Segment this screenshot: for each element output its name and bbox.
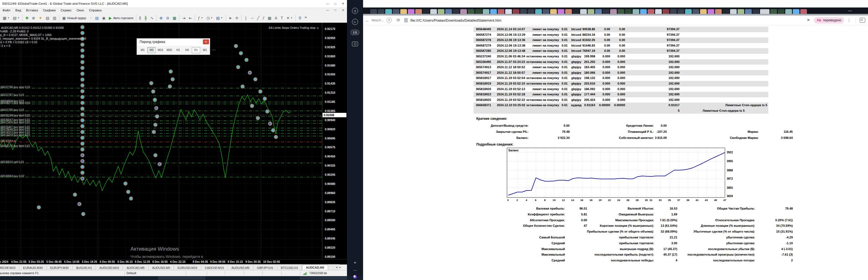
market-watch-button[interactable]: ▤ — [44, 14, 51, 22]
browser-tab[interactable] — [505, 9, 512, 14]
browser-tab[interactable] — [692, 9, 699, 14]
vertical-line-button[interactable]: ❘ — [243, 14, 249, 22]
reload-icon[interactable]: ⟳ — [397, 18, 400, 23]
cursor-button[interactable]: ➤ — [227, 14, 234, 22]
bookmark-flag-icon[interactable]: ⚑ — [807, 18, 810, 23]
browser-tab[interactable] — [445, 9, 452, 14]
browser-tab[interactable] — [662, 9, 669, 14]
browser-tab[interactable] — [460, 9, 467, 14]
period-button-H1[interactable]: H1 — [174, 47, 182, 53]
browser-tab[interactable] — [625, 9, 632, 14]
history-clock-icon[interactable]: ◷ — [352, 8, 358, 14]
status-profile[interactable]: Default — [127, 271, 136, 275]
chart-tab-EURAUD,M30[interactable]: EURAUD,M30 — [20, 265, 46, 270]
new-order-button[interactable]: ▣Новый ордер — [61, 14, 87, 22]
period-button-W1[interactable]: W1 — [201, 47, 209, 53]
browser-tab[interactable] — [685, 9, 692, 14]
browser-tab[interactable] — [468, 9, 474, 14]
chart-tab-GBPJPY,H1[interactable]: GBPJPY,H1 — [253, 265, 277, 270]
templates-button[interactable]: ▤▼ — [215, 14, 224, 22]
browser-tab[interactable] — [700, 9, 707, 14]
shapes-button[interactable]: ✦▼ — [285, 14, 294, 22]
indicators-button[interactable]: ƒ▼ — [196, 14, 205, 22]
taskbar-app[interactable] — [158, 276, 206, 280]
browser-tab[interactable] — [370, 9, 377, 14]
browser-tab[interactable] — [498, 9, 504, 14]
new-chart-button[interactable]: ▦▼ — [1, 14, 11, 22]
play-icon[interactable]: ▷ — [352, 19, 358, 25]
menu-item-Окно[interactable]: Окно — [74, 7, 87, 13]
browser-tab[interactable] — [640, 9, 647, 14]
translated-badge[interactable]: Aあ переведено — [814, 17, 844, 24]
cursor-target-button[interactable]: ⊕ — [31, 14, 37, 22]
minimize-icon[interactable]: — — [324, 0, 332, 7]
browser-tab[interactable] — [760, 9, 770, 14]
browser-tab[interactable] — [800, 9, 807, 14]
browser-tab[interactable] — [580, 9, 587, 14]
tab-scroll-arrows[interactable]: ◂▸ — [336, 266, 343, 269]
browser-tab[interactable] — [543, 9, 549, 14]
menu-item-Сервис[interactable]: Сервис — [58, 7, 74, 13]
yandex-button[interactable]: Я — [386, 18, 392, 23]
chart-canvas[interactable] — [0, 23, 347, 259]
period-button-MN[interactable]: MN — [210, 47, 218, 53]
browser-tab[interactable] — [738, 9, 744, 14]
auto-trading-button[interactable]: ▶Авто-торговля — [107, 14, 135, 22]
browser-tab[interactable] — [453, 9, 459, 14]
browser-tab[interactable] — [572, 9, 579, 14]
browser-tab[interactable] — [535, 9, 542, 14]
counter-badge[interactable]: 131 — [351, 30, 359, 35]
browser-tab[interactable] — [430, 9, 437, 14]
crosshair-button[interactable]: ✛ — [234, 14, 240, 22]
side-panel-toggle-icon[interactable] — [860, 18, 865, 23]
back-arrow-icon[interactable]: ← — [365, 18, 369, 23]
menu-item-Вставка[interactable]: Вставка — [24, 7, 40, 13]
menu-item-Файл[interactable]: Файл — [0, 7, 13, 13]
news-button[interactable]: ◉ — [101, 14, 107, 22]
browser-tab[interactable] — [438, 9, 444, 14]
chart-shift-button[interactable]: ⇥ — [181, 14, 187, 22]
browser-tab[interactable] — [565, 9, 572, 14]
browser-tab[interactable] — [745, 9, 752, 14]
alerts-button[interactable]: ◔ — [88, 14, 93, 22]
browser-tab[interactable] — [520, 9, 527, 14]
chart-tab-AUDCAD,M5[interactable]: AUDCAD,M5 — [123, 265, 149, 270]
chart-tab-EURJPY,M30[interactable]: EURJPY,M30 — [46, 265, 72, 270]
menu-item-Вид[interactable]: Вид — [13, 7, 24, 13]
child-restore-icon[interactable]: □ — [332, 7, 339, 13]
browser-tab[interactable] — [602, 9, 609, 14]
browser-tab[interactable] — [618, 9, 624, 14]
child-close-icon[interactable]: ✕ — [339, 7, 347, 13]
browser-tab[interactable] — [595, 9, 602, 14]
browser-tab[interactable] — [715, 9, 722, 14]
profiles-button[interactable]: ▤▼ — [11, 14, 21, 22]
tile-windows-button[interactable]: ▦ — [171, 14, 178, 22]
trendline-button[interactable]: ╱ — [256, 14, 261, 22]
sidebar-minus-icon[interactable]: — — [353, 268, 357, 272]
chart-tab-$US100,H1[interactable]: $US100,H1 — [72, 265, 96, 270]
menu-item-Графики[interactable]: Графики — [40, 7, 58, 13]
chart-tab-AUDUSD,M5[interactable]: AUDUSD,M5 — [149, 265, 174, 270]
child-minimize-icon[interactable]: — — [324, 7, 332, 13]
funnel-button[interactable]: ▼ — [37, 14, 44, 22]
browser-tab[interactable] — [770, 9, 777, 14]
channel-button[interactable]: ⫽ — [261, 14, 266, 22]
text-label-button[interactable]: T — [279, 14, 284, 22]
browser-tab[interactable] — [730, 9, 737, 14]
browser-tab[interactable] — [722, 9, 729, 14]
chart-tab-EURUSD,M15[interactable]: EURUSD,M15 — [174, 265, 201, 270]
menu-item-Справка[interactable]: Справка — [87, 7, 104, 13]
browser-tab[interactable] — [378, 9, 384, 14]
browser-tab[interactable] — [415, 9, 422, 14]
browser-minimize-icon[interactable]: — — [848, 8, 852, 13]
period-button-M15[interactable]: M15 — [156, 47, 165, 53]
sidebar-plus-icon[interactable]: + — [354, 260, 356, 265]
browser-tab[interactable] — [670, 9, 677, 14]
back-button[interactable]: ← MetaTr... — [363, 18, 383, 23]
script-button[interactable]: ▤ — [94, 14, 100, 22]
line-chart-button[interactable]: ∿ — [149, 14, 155, 22]
browser-tab[interactable] — [708, 9, 714, 14]
browser-tab[interactable] — [483, 9, 489, 14]
maximize-icon[interactable]: □ — [332, 0, 339, 7]
windows-taskbar[interactable] — [0, 276, 363, 280]
